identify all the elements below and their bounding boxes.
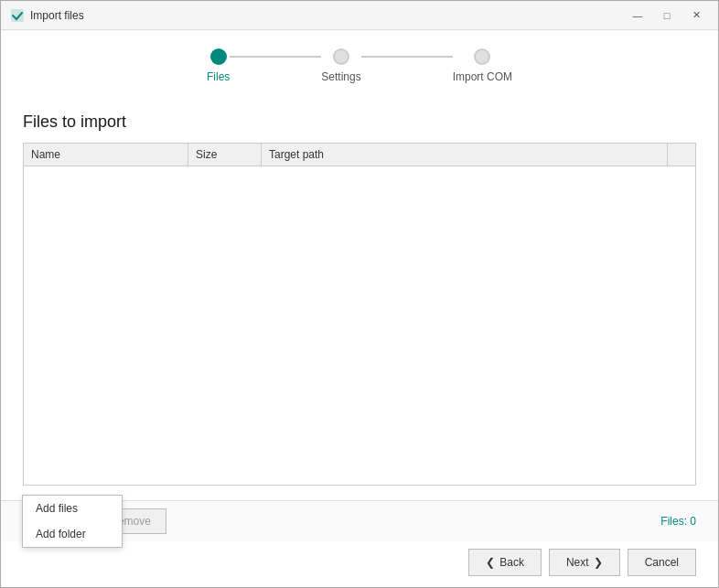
step-settings-label: Settings	[321, 70, 360, 83]
next-label: Next	[566, 556, 589, 569]
next-button[interactable]: Next ❯	[549, 549, 620, 576]
col-size: Size	[188, 144, 262, 166]
files-count-value: 0	[690, 515, 696, 528]
next-arrow-icon: ❯	[594, 556, 603, 569]
nav-bar: ❮ Back Next ❯ Cancel	[1, 541, 718, 587]
title-bar-title: Import files	[30, 9, 625, 22]
files-count: Files: 0	[660, 515, 696, 528]
back-button[interactable]: ❮ Back	[468, 549, 542, 576]
col-name: Name	[24, 144, 188, 166]
step-files-circle	[210, 48, 227, 65]
add-folder-item[interactable]: Add folder	[23, 521, 122, 547]
col-extra	[668, 144, 695, 166]
step-connector-2	[361, 56, 453, 58]
col-targetpath: Target path	[262, 144, 668, 166]
wizard-steps: Files Settings Import COM	[1, 30, 718, 98]
back-label: Back	[499, 556, 524, 569]
step-settings-circle	[333, 48, 349, 65]
step-settings: Settings	[321, 48, 360, 83]
import-files-window: Import files — □ ✕ Files Settings Import…	[0, 0, 719, 588]
table-body	[24, 166, 695, 485]
section-title: Files to import	[23, 112, 696, 132]
files-count-label: Files:	[660, 515, 687, 528]
main-content: Files to import Name Size Target path	[1, 98, 718, 500]
title-bar: Import files — □ ✕	[1, 1, 718, 30]
maximize-button[interactable]: □	[654, 6, 680, 25]
step-connector-1	[230, 56, 321, 58]
window-controls: — □ ✕	[625, 6, 709, 25]
step-files: Files	[207, 48, 230, 83]
step-files-label: Files	[207, 70, 230, 83]
table-header: Name Size Target path	[24, 144, 695, 166]
close-button[interactable]: ✕	[683, 6, 709, 25]
app-icon	[10, 8, 25, 23]
cancel-button[interactable]: Cancel	[628, 549, 696, 576]
back-arrow-icon: ❮	[486, 556, 495, 569]
add-dropdown-popup: Add files Add folder	[22, 495, 123, 548]
step-importcom-circle	[474, 48, 490, 65]
file-table: Name Size Target path	[23, 143, 696, 486]
add-files-item[interactable]: Add files	[23, 496, 122, 521]
step-importcom-label: Import COM	[453, 70, 512, 83]
step-importcom: Import COM	[453, 48, 512, 83]
minimize-button[interactable]: —	[625, 6, 650, 25]
